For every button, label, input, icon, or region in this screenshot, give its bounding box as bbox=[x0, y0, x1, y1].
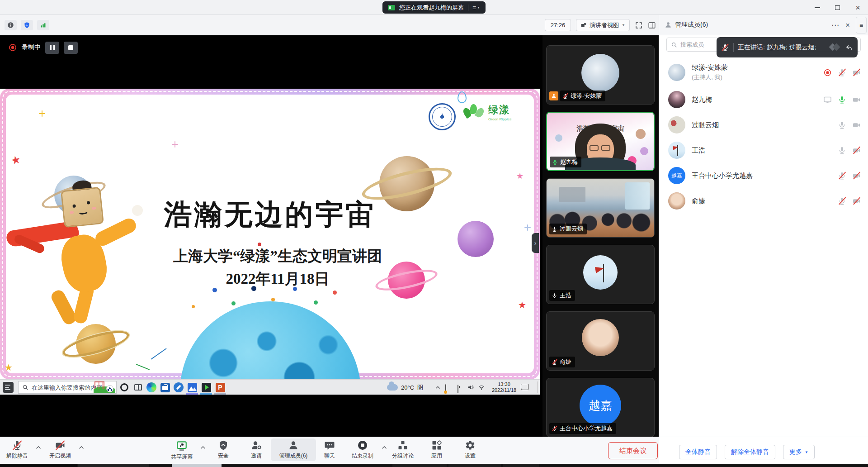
maximize-icon bbox=[835, 5, 840, 10]
mic-muted-icon bbox=[12, 440, 23, 451]
side-panel-menu-button[interactable]: ≡ bbox=[856, 17, 867, 33]
mic-muted-icon bbox=[721, 43, 729, 52]
reply-arrow-icon[interactable] bbox=[845, 43, 853, 52]
mic-muted-icon[interactable] bbox=[838, 197, 846, 205]
camera-muted-icon[interactable] bbox=[852, 172, 861, 180]
watching-screen-banner[interactable]: 您正在观看赵九梅的屏幕 ≡▼ bbox=[382, 1, 486, 14]
avatar bbox=[583, 255, 618, 290]
volume-icon[interactable] bbox=[467, 384, 474, 391]
stop-recording-button[interactable] bbox=[64, 42, 78, 54]
camera-icon[interactable] bbox=[852, 121, 861, 129]
panel-footer: 全体静音 解除全体静音 更多▼ bbox=[659, 437, 868, 467]
video-thumbnail[interactable]: 越嘉 王台中心小学尤越嘉 bbox=[546, 378, 655, 437]
mic-on-icon[interactable] bbox=[838, 95, 846, 104]
mute-all-button[interactable]: 全体静音 bbox=[679, 445, 717, 459]
minimize-button[interactable] bbox=[807, 0, 827, 15]
video-thumbnail[interactable]: 俞婕 bbox=[546, 311, 655, 371]
camera-muted-icon[interactable] bbox=[852, 68, 861, 77]
maximize-button[interactable] bbox=[827, 0, 848, 15]
security-button[interactable]: 安全 bbox=[206, 440, 241, 460]
view-mode-dropdown[interactable]: 演讲者视图 ▼ bbox=[576, 19, 630, 31]
mic-icon[interactable] bbox=[838, 121, 846, 129]
video-thumbnail[interactable]: 过眼云烟 bbox=[546, 178, 655, 238]
share-screen-button[interactable]: 共享屏幕 bbox=[165, 440, 199, 461]
task-view-icon[interactable] bbox=[132, 381, 144, 393]
show-desktop-sliver[interactable] bbox=[538, 381, 538, 393]
planet-purple bbox=[458, 221, 494, 257]
stop-recording-button[interactable]: 结束录制 bbox=[345, 440, 380, 460]
windows-search-box[interactable] bbox=[18, 381, 117, 394]
sparkle-decoration bbox=[172, 141, 178, 148]
member-row[interactable]: 越嘉 王台中心小学尤越嘉 bbox=[659, 163, 868, 188]
tools-app-icon[interactable] bbox=[173, 381, 184, 393]
close-icon: × bbox=[855, 4, 860, 12]
security-shield-icon[interactable] bbox=[21, 20, 33, 30]
unmute-all-button[interactable]: 解除全体静音 bbox=[725, 445, 775, 459]
avatar-initials: 越嘉 bbox=[589, 398, 612, 414]
mic-muted-icon bbox=[562, 93, 568, 99]
invite-button[interactable]: 邀请 bbox=[239, 440, 274, 460]
breakout-rooms-button[interactable]: 分组讨论 bbox=[386, 440, 420, 460]
tray-expand-icon[interactable] bbox=[435, 385, 441, 391]
browser-ring-icon[interactable] bbox=[118, 381, 130, 393]
weather-widget[interactable]: 20°C 阴 bbox=[387, 380, 423, 395]
member-row[interactable]: 王浩 bbox=[659, 138, 868, 163]
meeting-info-button[interactable] bbox=[5, 20, 17, 30]
screen-sharing-icon bbox=[823, 95, 832, 104]
start-video-button[interactable]: 开启视频 bbox=[43, 440, 77, 460]
mic-muted-icon bbox=[552, 426, 557, 432]
thumbnail-collapse-handle[interactable]: › bbox=[532, 233, 539, 253]
edge-browser-icon[interactable] bbox=[146, 381, 157, 393]
photos-app-icon[interactable] bbox=[186, 381, 198, 393]
member-row[interactable]: 绿漾-安姝蒙 (主持人, 我) bbox=[659, 58, 868, 87]
member-row[interactable]: 俞婕 bbox=[659, 188, 868, 214]
star-decoration: ★ bbox=[10, 154, 22, 167]
notification-center-icon[interactable] bbox=[521, 384, 528, 390]
recording-label: 录制中 bbox=[22, 43, 41, 52]
pause-recording-button[interactable] bbox=[45, 42, 59, 54]
camera-muted-icon[interactable] bbox=[852, 146, 861, 155]
logo-text: 绿漾 bbox=[488, 103, 511, 117]
apps-button[interactable]: 应用 bbox=[420, 440, 454, 460]
panel-close-button[interactable]: × bbox=[845, 21, 850, 30]
shared-windows-taskbar: P 20°C 阴 13:30 2022/11/18 bbox=[0, 379, 540, 395]
banner-menu-icon[interactable]: ≡▼ bbox=[472, 4, 480, 11]
mic-muted-icon[interactable] bbox=[838, 172, 846, 180]
taskbar-clock[interactable]: 13:30 2022/11/18 bbox=[488, 381, 520, 393]
video-options-chevron[interactable] bbox=[78, 444, 85, 451]
microsoft-store-icon[interactable] bbox=[159, 381, 171, 393]
green-ripples-logo: 绿漾 Green Ripples bbox=[462, 100, 511, 124]
powerpoint-icon[interactable]: P bbox=[214, 381, 226, 393]
tray-app-badge-icon[interactable] bbox=[445, 384, 446, 393]
caret-down-icon: ▼ bbox=[805, 450, 808, 454]
end-meeting-button[interactable]: 结束会议 bbox=[608, 442, 658, 459]
settings-button[interactable]: 设置 bbox=[453, 440, 487, 460]
layout-toggle-button[interactable] bbox=[648, 21, 656, 29]
start-button[interactable] bbox=[3, 382, 14, 393]
more-options-button[interactable]: 更多▼ bbox=[783, 445, 815, 459]
unmute-button[interactable]: 解除静音 bbox=[0, 440, 34, 460]
wifi-icon[interactable] bbox=[478, 384, 485, 391]
video-thumbnail[interactable]: 王浩 bbox=[546, 245, 655, 304]
video-thumbnail-strip: 绿漾-安姝蒙 浩瀚无边的宇宙 赵九梅 过眼云烟 bbox=[542, 35, 659, 437]
panel-more-button[interactable]: ⋯ bbox=[831, 20, 839, 30]
video-thumbnail[interactable]: 绿漾-安姝蒙 bbox=[546, 45, 655, 105]
video-thumbnail[interactable]: 浩瀚无边的宇宙 赵九梅 bbox=[546, 112, 655, 171]
mic-options-chevron[interactable] bbox=[35, 444, 42, 451]
share-options-chevron[interactable] bbox=[200, 444, 206, 451]
participant-name: 绿漾-安姝蒙 bbox=[571, 92, 602, 100]
close-button[interactable]: × bbox=[848, 0, 868, 15]
mic-muted-icon[interactable] bbox=[838, 68, 846, 77]
camera-muted-icon[interactable] bbox=[852, 197, 861, 205]
member-row[interactable]: 赵九梅 bbox=[659, 87, 868, 112]
chat-button[interactable]: 聊天 bbox=[312, 440, 347, 460]
camera-icon[interactable] bbox=[852, 95, 861, 104]
manage-members-button[interactable]: 管理成员(6) bbox=[271, 438, 316, 461]
mic-icon[interactable] bbox=[838, 146, 846, 155]
video-player-icon[interactable] bbox=[200, 381, 212, 393]
share-screen-icon bbox=[176, 440, 188, 452]
fullscreen-button[interactable] bbox=[635, 21, 643, 29]
cloud-icon bbox=[387, 384, 398, 391]
member-row[interactable]: 过眼云烟 bbox=[659, 112, 868, 138]
network-signal-icon[interactable] bbox=[37, 20, 49, 30]
